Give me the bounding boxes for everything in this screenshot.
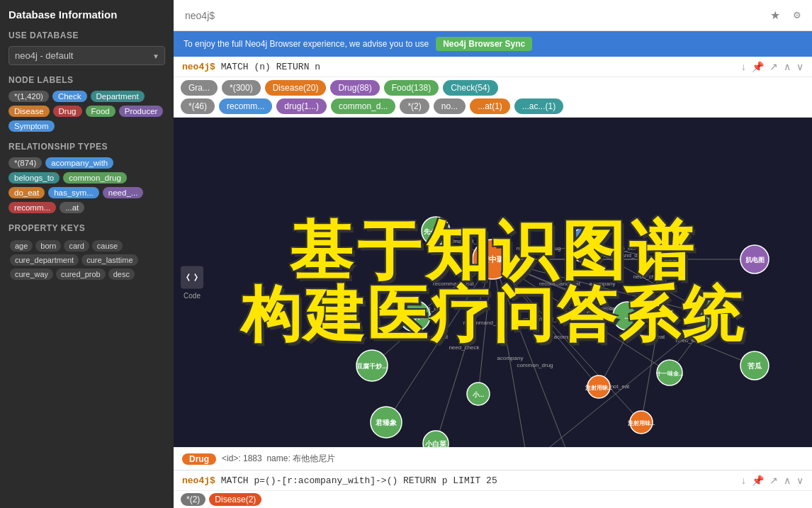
result-tab[interactable]: ...ac...(1) [514, 98, 563, 114]
graph-node[interactable]: 布美他... [568, 228, 602, 262]
down-icon-1[interactable]: ∨ [796, 61, 803, 72]
node-labels-title: Node Labels [9, 75, 165, 85]
result-tab[interactable]: no... [434, 98, 466, 114]
graph-node[interactable]: 肌电图 [740, 245, 769, 273]
rel-type-tag[interactable]: common_drug [63, 172, 127, 184]
rel-type-tag[interactable]: need_... [103, 187, 144, 198]
rel-types-group: *(874)acompany_withbelongs_tocommon_drug… [9, 157, 165, 213]
graph-node[interactable]: 注射用味... [628, 411, 655, 434]
result-tabs-2: *(2)Disease(2) [174, 491, 812, 508]
svg-text:小...: 小... [472, 391, 485, 398]
prop-key-tag[interactable]: cure_way [10, 269, 53, 280]
result-tabs-1b: *(46)recomm...drug(1...)common_d...*(2)n… [174, 98, 812, 117]
result-tab[interactable]: Gra... [181, 80, 218, 96]
edge-label: acompany [590, 281, 616, 287]
result-tab[interactable]: Check(54) [443, 80, 497, 96]
db-select-wrap[interactable]: neo4j - default [9, 46, 165, 65]
graph-edge [492, 259, 577, 447]
node-label-tag[interactable]: Drug [53, 106, 82, 117]
node-label-tag[interactable]: Symptom [9, 120, 55, 132]
graph-node[interactable]: 荣中璐 [473, 239, 512, 279]
query-bar-2: neo4j$ MATCH p=()-[r:acompany_with]->() … [174, 470, 812, 491]
rel-type-tag[interactable]: belongs_to [9, 172, 60, 184]
graph-node[interactable]: 豆腐干炒... [356, 350, 388, 381]
prop-key-tag[interactable]: born [35, 240, 61, 252]
result-tab[interactable]: *(46) [181, 98, 215, 114]
node-label-tag[interactable]: Disease [9, 106, 50, 117]
rel-type-tag[interactable]: *(874) [9, 157, 42, 169]
prop-key-tag[interactable]: cure_lasttime [81, 254, 137, 266]
expand-icon-2[interactable]: ↗ [769, 475, 778, 486]
browser-sync-button[interactable]: Neo4j Browser Sync [436, 37, 532, 51]
prop-key-tag[interactable]: age [10, 240, 33, 252]
result-tab[interactable]: recomm... [219, 98, 272, 114]
edge-label: recommand_eat [444, 238, 485, 244]
graph-node[interactable]: 苦瓜 [740, 351, 769, 380]
node-label-tag[interactable]: Food [86, 106, 115, 117]
edge-label: need_check [449, 344, 480, 351]
query-pane-1: neo4j$ MATCH (n) RETURN n ↓ 📌 ↗ ∧ ∨ Gra.… [174, 57, 812, 118]
graph-node[interactable]: ... [613, 302, 641, 330]
result-tab[interactable]: drug(1...) [276, 98, 327, 114]
result-tab[interactable]: Disease(20) [265, 80, 327, 96]
graph-node[interactable]: 疏胺茨光... [697, 300, 728, 332]
download-icon-1[interactable]: ↓ [741, 61, 746, 72]
result-tab[interactable]: Drug(88) [330, 80, 379, 96]
node-label-tag[interactable]: *(1,420) [9, 91, 49, 102]
graph-node[interactable]: 梅参(水... [399, 300, 430, 332]
node-label-tag[interactable]: Producer [119, 106, 164, 117]
result-tab-2[interactable]: *(2) [181, 493, 205, 506]
down-icon-2[interactable]: ∨ [796, 475, 803, 486]
graph-node[interactable]: 小... [467, 383, 490, 405]
star-icon[interactable]: ★ [767, 7, 784, 23]
edge-label: acompany [497, 355, 524, 361]
node-label-tag[interactable]: Check [52, 91, 87, 102]
use-database-label: Use database [9, 30, 165, 40]
graph-node[interactable]: 氟塞米松... [653, 245, 685, 273]
result-tab[interactable]: ...at(1) [470, 98, 510, 114]
graph-node[interactable]: 君臻象 [371, 407, 402, 438]
rel-type-tag[interactable]: acompany_with [45, 157, 113, 169]
result-tab-2[interactable]: Disease(2) [209, 493, 261, 506]
rel-type-tag[interactable]: has_sym... [48, 187, 99, 198]
rel-type-tag[interactable]: recomm... [9, 202, 56, 213]
prop-key-tag[interactable]: cure_department [10, 254, 79, 266]
expand-icon-1[interactable]: ↗ [769, 61, 778, 72]
svg-text:注射用味...: 注射用味... [628, 419, 655, 427]
pin-icon-1[interactable]: 📌 [752, 61, 764, 72]
prop-key-tag[interactable]: cause [92, 240, 123, 252]
result-tab[interactable]: common_d... [331, 98, 395, 114]
prop-key-tag[interactable]: desc [108, 269, 135, 280]
up-icon-2[interactable]: ∧ [784, 475, 791, 486]
prop-key-tag[interactable]: cured_prob [56, 269, 106, 280]
svg-text:梅参(水...: 梅参(水... [400, 313, 428, 320]
edge-label: not_eat [646, 334, 665, 340]
rel-type-tag[interactable]: ...at [60, 202, 84, 213]
edge-label: need_check [675, 337, 706, 344]
main-panel: ★ ⚙ To enjoy the full Neo4j Browser expe… [174, 0, 812, 508]
db-select[interactable]: neo4j - default [9, 46, 165, 65]
result-tab[interactable]: Food(138) [384, 80, 439, 96]
search-input[interactable] [181, 7, 761, 24]
edge-label: do_eat [431, 334, 449, 340]
rel-type-tag[interactable]: do_eat [9, 187, 45, 198]
up-icon-1[interactable]: ∧ [784, 61, 791, 72]
graph-node[interactable]: 十一味金... [656, 360, 684, 385]
graph-node[interactable]: 注射用昧... [585, 376, 613, 398]
prompt-label-1: neo4j$ [182, 62, 215, 72]
download-icon-2[interactable]: ↓ [741, 475, 746, 486]
graph-node[interactable]: 先令氏... [422, 217, 450, 245]
result-tab[interactable]: *(300) [222, 80, 261, 96]
pin-icon-2[interactable]: 📌 [752, 475, 764, 486]
prop-key-tag[interactable]: card [64, 240, 89, 252]
result-tabs-1: Gra...*(300)Disease(20)Drug(88)Food(138)… [174, 77, 812, 98]
result-tab[interactable]: *(2) [400, 98, 429, 114]
edge-label: need_check [565, 309, 597, 315]
settings-icon[interactable]: ⚙ [789, 9, 805, 22]
bottom-node-detail: <id>: 1883 name: 布他他尼片 [222, 453, 335, 465]
graph-node[interactable]: 小白菜 [423, 431, 449, 447]
node-label-tag[interactable]: Department [91, 91, 145, 102]
edge-label: common_drug [517, 362, 553, 368]
node-labels-group: *(1,420)CheckDepartmentDiseaseDrugFoodPr… [9, 91, 165, 132]
svg-text:注射用昧...: 注射用昧... [585, 384, 613, 391]
